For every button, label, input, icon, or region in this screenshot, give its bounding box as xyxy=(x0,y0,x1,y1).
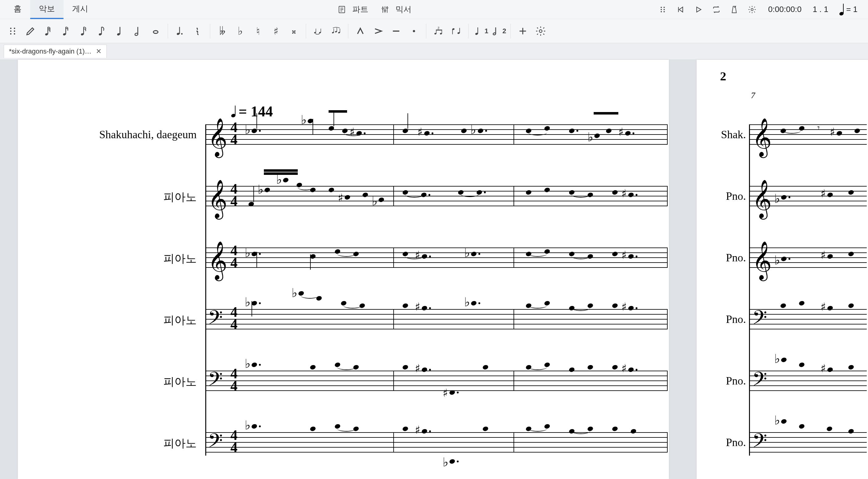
score-workspace[interactable]: = 144 Shakuhachi, daegeum 피아노 피아노 피아노 피아… xyxy=(0,60,868,479)
parts-label[interactable]: 파트 xyxy=(352,4,368,15)
accent-icon[interactable] xyxy=(369,22,387,40)
mixer-label[interactable]: 믹서 xyxy=(396,4,411,15)
staff-row[interactable]: 𝄢 ♯ xyxy=(750,309,867,329)
treble-clef-icon: 𝄞 xyxy=(208,180,227,218)
double-flat-icon[interactable]: 𝄫 xyxy=(213,22,231,40)
playback-settings-icon[interactable] xyxy=(748,5,756,14)
add-tool-icon[interactable] xyxy=(514,22,532,40)
time-signature: 44 xyxy=(229,183,239,207)
svg-point-12 xyxy=(660,9,662,10)
svg-rect-46 xyxy=(320,29,321,33)
score-page-1[interactable]: = 144 Shakuhachi, daegeum 피아노 피아노 피아노 피아… xyxy=(18,60,669,479)
svg-point-54 xyxy=(413,30,415,32)
staff-row[interactable]: 𝄞 44 ♭ ♭ ♯ ♭ ♯ xyxy=(205,186,668,206)
note-quarter-icon[interactable] xyxy=(111,22,129,40)
treble-clef-icon: 𝄞 xyxy=(752,241,772,280)
svg-rect-64 xyxy=(459,28,460,33)
treble-clef-icon: 𝄞 xyxy=(208,241,227,280)
toolbar-grip-icon[interactable] xyxy=(4,22,22,40)
instrument-label: 피아노 xyxy=(18,374,197,389)
note-8th-icon[interactable] xyxy=(93,22,111,40)
svg-point-7 xyxy=(382,8,384,9)
svg-rect-36 xyxy=(120,27,121,34)
note-whole-icon[interactable] xyxy=(147,22,164,40)
loop-icon[interactable] xyxy=(712,5,721,14)
svg-point-22 xyxy=(14,27,16,29)
system-barline xyxy=(749,124,750,455)
staff-row[interactable]: 𝄢 ♭♯ xyxy=(750,371,867,390)
instrument-label-abbrev: Pno. xyxy=(696,251,746,264)
tie-icon[interactable] xyxy=(309,22,327,40)
rewind-icon[interactable] xyxy=(676,5,685,14)
time-signature: 44 xyxy=(229,306,239,331)
time-signature: 44 xyxy=(229,244,239,269)
bass-clef-icon: 𝄢 xyxy=(208,368,223,395)
svg-point-25 xyxy=(10,33,12,34)
double-sharp-icon[interactable]: 𝄪 xyxy=(285,22,303,40)
svg-point-10 xyxy=(660,6,662,8)
play-icon[interactable] xyxy=(694,5,703,14)
toolbar-settings-icon[interactable] xyxy=(532,22,550,40)
note-16th-icon[interactable] xyxy=(75,22,93,40)
bass-clef-icon: 𝄢 xyxy=(208,307,223,334)
svg-rect-48 xyxy=(334,29,334,33)
tab-home[interactable]: 홈 xyxy=(5,0,30,19)
drag-grip-icon[interactable] xyxy=(658,5,667,14)
instrument-label: 피아노 xyxy=(18,190,197,205)
svg-rect-50 xyxy=(337,28,337,32)
svg-rect-62 xyxy=(452,29,453,34)
svg-point-11 xyxy=(664,6,665,8)
tenuto-icon[interactable] xyxy=(387,22,405,40)
instrument-label: Shakuhachi, daegeum xyxy=(18,128,197,141)
instrument-label: 피아노 xyxy=(18,436,197,451)
tempo-marking: = 144 xyxy=(231,103,273,120)
svg-rect-60 xyxy=(436,30,442,31)
notation-toolbar: 𝄫 ♭ ♮ ♯ 𝄪 3 1 2 xyxy=(0,19,868,43)
rest-icon[interactable] xyxy=(189,22,207,40)
instrument-label-abbrev: Pno. xyxy=(696,190,746,203)
score-page-2[interactable]: 2 7 Shak. Pno. Pno. Pno. Pno. Pno. 𝄞 𝄾♯ … xyxy=(696,60,868,479)
svg-rect-30 xyxy=(65,27,66,34)
staff-row[interactable]: 𝄢 44 ♭ ♯ ♭ xyxy=(205,432,668,452)
staff-row[interactable]: 𝄢 44 ♭ ♯ ♯ ♯ xyxy=(205,371,668,390)
natural-icon[interactable]: ♮ xyxy=(249,22,267,40)
dotted-note-icon[interactable] xyxy=(171,22,189,40)
voice-1-button[interactable]: 1 xyxy=(472,22,490,40)
tab-publish[interactable]: 게시 xyxy=(63,0,97,19)
page-number: 2 xyxy=(720,69,726,83)
staff-row[interactable]: 𝄢 ♭ xyxy=(750,432,867,452)
time-signature: 44 xyxy=(229,121,239,146)
close-icon[interactable]: ✕ xyxy=(96,47,101,56)
staccato-icon[interactable] xyxy=(405,22,423,40)
marcato-icon[interactable] xyxy=(351,22,369,40)
tuplet-icon[interactable]: 3 xyxy=(429,22,447,40)
staff-row[interactable]: 𝄢 44 ♭ ♭ ♯ ♭ ♯ xyxy=(205,309,668,329)
voice-2-button[interactable]: 2 xyxy=(490,22,507,40)
menubar: 홈 악보 게시 파트 믹서 0:00:00:0 1 . 1 = 1 xyxy=(0,0,868,19)
metronome-icon[interactable] xyxy=(730,5,739,14)
position-counter: 1 . 1 xyxy=(807,5,834,14)
parts-icon[interactable] xyxy=(338,5,346,14)
mixer-icon[interactable] xyxy=(381,5,389,14)
note-32nd-icon[interactable] xyxy=(57,22,75,40)
flip-stem-icon[interactable] xyxy=(447,22,465,40)
staff-row[interactable]: 𝄞 ♭♯ xyxy=(750,247,867,267)
staff-row[interactable]: 𝄞 𝄾♯ xyxy=(750,124,867,144)
document-tab[interactable]: *six-dragons-fly-again (1)… ✕ xyxy=(4,45,107,58)
note-64th-icon[interactable] xyxy=(39,22,57,40)
flat-icon[interactable]: ♭ xyxy=(231,22,249,40)
svg-point-8 xyxy=(384,10,386,11)
svg-point-39 xyxy=(154,31,158,33)
pencil-icon[interactable] xyxy=(22,22,39,40)
svg-rect-66 xyxy=(477,27,478,34)
svg-point-9 xyxy=(386,7,388,8)
note-half-icon[interactable] xyxy=(129,22,147,40)
staff-row[interactable]: 𝄞 ♭♯ xyxy=(750,186,867,206)
sharp-icon[interactable]: ♯ xyxy=(267,22,285,40)
slur-icon[interactable] xyxy=(327,22,345,40)
staff-row[interactable]: 𝄞 44 ♭ ♯ ♭ ♯ xyxy=(205,247,668,267)
instrument-label: 피아노 xyxy=(18,251,197,266)
tab-score[interactable]: 악보 xyxy=(30,0,63,19)
staff-row[interactable]: 𝄞 44 ♭ ♭ ♯ ♯ ♭ ♭ ♯ xyxy=(205,124,668,144)
svg-point-42 xyxy=(181,33,183,34)
